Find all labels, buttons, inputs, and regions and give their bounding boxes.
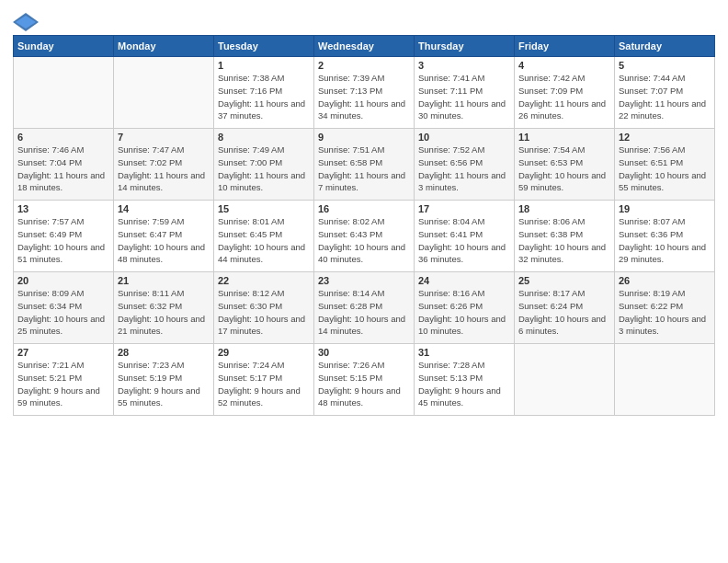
calendar-cell: 23Sunrise: 8:14 AM Sunset: 6:28 PM Dayli… xyxy=(314,272,415,344)
calendar-cell: 28Sunrise: 7:23 AM Sunset: 5:19 PM Dayli… xyxy=(114,344,214,416)
calendar-cell: 8Sunrise: 7:49 AM Sunset: 7:00 PM Daylig… xyxy=(214,129,314,201)
day-info: Sunrise: 7:21 AM Sunset: 5:21 PM Dayligh… xyxy=(17,359,109,409)
day-info: Sunrise: 7:23 AM Sunset: 5:19 PM Dayligh… xyxy=(118,359,210,409)
calendar-cell: 12Sunrise: 7:56 AM Sunset: 6:51 PM Dayli… xyxy=(615,129,715,201)
day-number: 10 xyxy=(418,132,510,143)
calendar-cell: 14Sunrise: 7:59 AM Sunset: 6:47 PM Dayli… xyxy=(114,201,214,272)
day-number: 16 xyxy=(318,203,410,214)
calendar-cell: 3Sunrise: 7:41 AM Sunset: 7:11 PM Daylig… xyxy=(415,57,515,129)
calendar-cell xyxy=(615,344,715,416)
weekday-header-wednesday: Wednesday xyxy=(314,36,415,57)
calendar-cell: 6Sunrise: 7:46 AM Sunset: 7:04 PM Daylig… xyxy=(14,129,114,201)
day-number: 2 xyxy=(318,60,410,71)
calendar-cell: 11Sunrise: 7:54 AM Sunset: 6:53 PM Dayli… xyxy=(515,129,615,201)
weekday-header-thursday: Thursday xyxy=(415,36,515,57)
calendar-cell: 24Sunrise: 8:16 AM Sunset: 6:26 PM Dayli… xyxy=(415,272,515,344)
svg-marker-1 xyxy=(16,16,36,29)
day-number: 29 xyxy=(218,347,310,358)
day-number: 4 xyxy=(518,60,610,71)
calendar-table: SundayMondayTuesdayWednesdayThursdayFrid… xyxy=(13,35,715,416)
day-info: Sunrise: 7:46 AM Sunset: 7:04 PM Dayligh… xyxy=(17,144,109,194)
day-info: Sunrise: 7:52 AM Sunset: 6:56 PM Dayligh… xyxy=(418,144,510,194)
day-number: 9 xyxy=(318,132,410,143)
day-number: 21 xyxy=(118,275,210,286)
day-info: Sunrise: 7:54 AM Sunset: 6:53 PM Dayligh… xyxy=(518,144,610,194)
day-number: 13 xyxy=(17,203,109,214)
day-number: 20 xyxy=(17,275,109,286)
day-info: Sunrise: 8:12 AM Sunset: 6:30 PM Dayligh… xyxy=(218,287,310,338)
day-info: Sunrise: 7:56 AM Sunset: 6:51 PM Dayligh… xyxy=(619,144,711,194)
calendar-cell: 10Sunrise: 7:52 AM Sunset: 6:56 PM Dayli… xyxy=(415,129,515,201)
calendar-cell: 22Sunrise: 8:12 AM Sunset: 6:30 PM Dayli… xyxy=(214,272,314,344)
day-info: Sunrise: 8:14 AM Sunset: 6:28 PM Dayligh… xyxy=(318,287,410,338)
day-number: 3 xyxy=(418,60,510,71)
calendar-week-2: 13Sunrise: 7:57 AM Sunset: 6:49 PM Dayli… xyxy=(14,201,715,272)
day-info: Sunrise: 8:07 AM Sunset: 6:36 PM Dayligh… xyxy=(619,215,711,266)
calendar-cell: 19Sunrise: 8:07 AM Sunset: 6:36 PM Dayli… xyxy=(615,201,715,272)
calendar-cell: 27Sunrise: 7:21 AM Sunset: 5:21 PM Dayli… xyxy=(14,344,114,416)
day-info: Sunrise: 7:26 AM Sunset: 5:15 PM Dayligh… xyxy=(318,359,410,409)
calendar-cell: 29Sunrise: 7:24 AM Sunset: 5:17 PM Dayli… xyxy=(214,344,314,416)
calendar-cell: 17Sunrise: 8:04 AM Sunset: 6:41 PM Dayli… xyxy=(415,201,515,272)
calendar-cell xyxy=(14,57,114,129)
day-info: Sunrise: 7:57 AM Sunset: 6:49 PM Dayligh… xyxy=(17,215,109,266)
day-info: Sunrise: 8:06 AM Sunset: 6:38 PM Dayligh… xyxy=(518,215,610,266)
weekday-header-friday: Friday xyxy=(515,36,615,57)
day-info: Sunrise: 8:11 AM Sunset: 6:32 PM Dayligh… xyxy=(118,287,210,338)
weekday-header-tuesday: Tuesday xyxy=(214,36,314,57)
day-number: 8 xyxy=(218,132,310,143)
day-number: 22 xyxy=(218,275,310,286)
day-number: 17 xyxy=(418,203,510,214)
day-info: Sunrise: 8:16 AM Sunset: 6:26 PM Dayligh… xyxy=(418,287,510,338)
day-info: Sunrise: 7:39 AM Sunset: 7:13 PM Dayligh… xyxy=(318,72,410,122)
day-info: Sunrise: 7:59 AM Sunset: 6:47 PM Dayligh… xyxy=(118,215,210,266)
day-info: Sunrise: 7:49 AM Sunset: 7:00 PM Dayligh… xyxy=(218,144,310,194)
day-number: 27 xyxy=(17,347,109,358)
calendar-week-4: 27Sunrise: 7:21 AM Sunset: 5:21 PM Dayli… xyxy=(14,344,715,416)
day-number: 6 xyxy=(17,132,109,143)
calendar-cell: 1Sunrise: 7:38 AM Sunset: 7:16 PM Daylig… xyxy=(214,57,314,129)
day-number: 24 xyxy=(418,275,510,286)
calendar-cell: 25Sunrise: 8:17 AM Sunset: 6:24 PM Dayli… xyxy=(515,272,615,344)
day-number: 18 xyxy=(518,203,610,214)
calendar-cell: 16Sunrise: 8:02 AM Sunset: 6:43 PM Dayli… xyxy=(314,201,415,272)
calendar-week-3: 20Sunrise: 8:09 AM Sunset: 6:34 PM Dayli… xyxy=(14,272,715,344)
calendar-cell: 21Sunrise: 8:11 AM Sunset: 6:32 PM Dayli… xyxy=(114,272,214,344)
logo-icon xyxy=(13,13,39,31)
calendar-week-0: 1Sunrise: 7:38 AM Sunset: 7:16 PM Daylig… xyxy=(14,57,715,129)
day-number: 15 xyxy=(218,203,310,214)
day-info: Sunrise: 7:24 AM Sunset: 5:17 PM Dayligh… xyxy=(218,359,310,409)
calendar-cell xyxy=(515,344,615,416)
day-info: Sunrise: 8:19 AM Sunset: 6:22 PM Dayligh… xyxy=(619,287,711,338)
calendar-cell: 5Sunrise: 7:44 AM Sunset: 7:07 PM Daylig… xyxy=(615,57,715,129)
day-info: Sunrise: 7:51 AM Sunset: 6:58 PM Dayligh… xyxy=(318,144,410,194)
calendar-week-1: 6Sunrise: 7:46 AM Sunset: 7:04 PM Daylig… xyxy=(14,129,715,201)
calendar-cell: 13Sunrise: 7:57 AM Sunset: 6:49 PM Dayli… xyxy=(14,201,114,272)
calendar-cell: 7Sunrise: 7:47 AM Sunset: 7:02 PM Daylig… xyxy=(114,129,214,201)
day-info: Sunrise: 8:04 AM Sunset: 6:41 PM Dayligh… xyxy=(418,215,510,266)
day-info: Sunrise: 7:47 AM Sunset: 7:02 PM Dayligh… xyxy=(118,144,210,194)
calendar-cell: 30Sunrise: 7:26 AM Sunset: 5:15 PM Dayli… xyxy=(314,344,415,416)
day-number: 26 xyxy=(619,275,711,286)
weekday-header-saturday: Saturday xyxy=(615,36,715,57)
weekday-header-monday: Monday xyxy=(114,36,214,57)
calendar-cell: 20Sunrise: 8:09 AM Sunset: 6:34 PM Dayli… xyxy=(14,272,114,344)
calendar-cell: 9Sunrise: 7:51 AM Sunset: 6:58 PM Daylig… xyxy=(314,129,415,201)
calendar-cell: 31Sunrise: 7:28 AM Sunset: 5:13 PM Dayli… xyxy=(415,344,515,416)
weekday-header-sunday: Sunday xyxy=(14,36,114,57)
calendar-cell: 2Sunrise: 7:39 AM Sunset: 7:13 PM Daylig… xyxy=(314,57,415,129)
weekday-header-row: SundayMondayTuesdayWednesdayThursdayFrid… xyxy=(14,36,715,57)
day-info: Sunrise: 8:17 AM Sunset: 6:24 PM Dayligh… xyxy=(518,287,610,338)
day-info: Sunrise: 7:28 AM Sunset: 5:13 PM Dayligh… xyxy=(418,359,510,409)
calendar-cell: 15Sunrise: 8:01 AM Sunset: 6:45 PM Dayli… xyxy=(214,201,314,272)
day-number: 14 xyxy=(118,203,210,214)
day-info: Sunrise: 7:44 AM Sunset: 7:07 PM Dayligh… xyxy=(619,72,711,122)
day-number: 12 xyxy=(619,132,711,143)
header xyxy=(13,9,715,31)
day-number: 30 xyxy=(318,347,410,358)
day-number: 7 xyxy=(118,132,210,143)
day-info: Sunrise: 7:42 AM Sunset: 7:09 PM Dayligh… xyxy=(518,72,610,122)
day-info: Sunrise: 8:09 AM Sunset: 6:34 PM Dayligh… xyxy=(17,287,109,338)
calendar-cell xyxy=(114,57,214,129)
day-number: 1 xyxy=(218,60,310,71)
